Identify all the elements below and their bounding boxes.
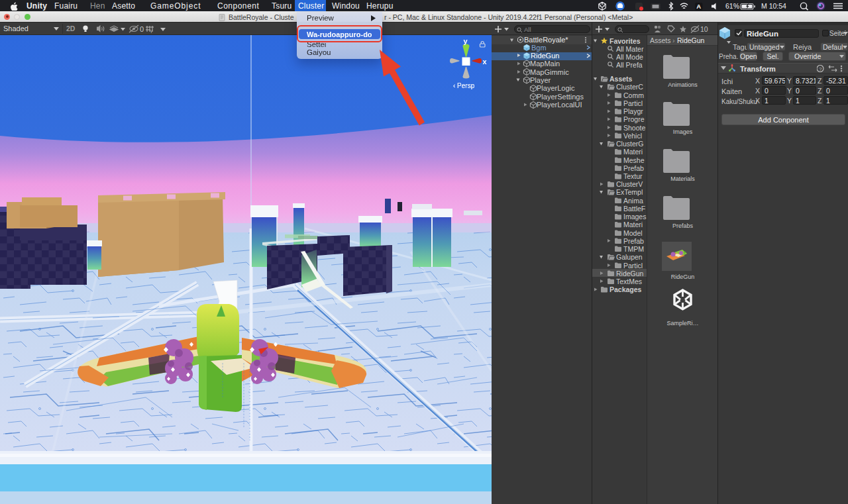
svg-text:y: y [464,37,468,45]
svg-text:61%: 61% [725,2,739,10]
svg-text:10: 10 [700,25,708,33]
svg-text:Y: Y [150,29,153,34]
svg-text:x: x [483,58,488,66]
svg-text:‹ Persp: ‹ Persp [453,82,475,89]
svg-text:M 10:54: M 10:54 [761,2,786,10]
svg-text:0: 0 [140,25,144,33]
svg-text:?: ? [819,66,822,72]
svg-text:A: A [696,3,701,10]
